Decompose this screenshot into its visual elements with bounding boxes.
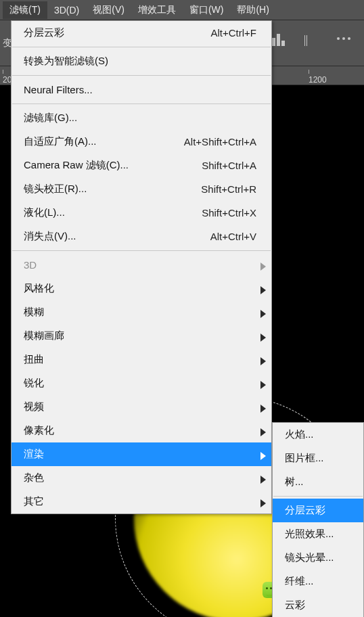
menu-item-shortcut: Shift+Ctrl+X bbox=[202, 207, 256, 219]
menu-item[interactable]: 其它 bbox=[12, 490, 271, 513]
menu-item-label: 消失点(V)... bbox=[24, 230, 190, 243]
menu-plugins[interactable]: 增效工具 bbox=[131, 1, 183, 19]
submenu-arrow-icon bbox=[260, 380, 266, 388]
submenu-arrow-icon bbox=[260, 498, 266, 506]
submenu-item[interactable]: 火焰... bbox=[273, 423, 363, 447]
align-icon[interactable] bbox=[304, 31, 319, 46]
menu-item-label: 滤镜库(G)... bbox=[24, 112, 256, 124]
menu-item-shortcut: Shift+Ctrl+R bbox=[201, 183, 256, 195]
menu-item[interactable]: 像素化 bbox=[12, 419, 271, 442]
menu-item[interactable]: 模糊 bbox=[12, 300, 271, 324]
submenu-item[interactable]: 光照效果... bbox=[273, 522, 363, 546]
options-right-icons bbox=[272, 31, 350, 46]
submenu-arrow-icon bbox=[260, 356, 266, 364]
submenu-item[interactable]: 树... bbox=[273, 470, 363, 494]
render-submenu-panel: 火焰...图片框...树...分层云彩光照效果...镜头光晕...纤维...云彩 bbox=[272, 422, 364, 617]
submenu-item[interactable]: 分层云彩 bbox=[273, 499, 363, 522]
menu-item[interactable]: 分层云彩Alt+Ctrl+F bbox=[12, 21, 271, 45]
menu-item[interactable]: 液化(L)...Shift+Ctrl+X bbox=[12, 201, 271, 225]
filter-menu-panel: 分层云彩Alt+Ctrl+F转换为智能滤镜(S)Neural Filters..… bbox=[11, 20, 272, 514]
menu-item-label: 模糊 bbox=[24, 306, 256, 319]
menubar: 滤镜(T) 3D(D) 视图(V) 增效工具 窗口(W) 帮助(H) bbox=[0, 0, 364, 20]
menu-item[interactable]: 锐化 bbox=[12, 371, 271, 395]
menu-separator bbox=[12, 104, 271, 104]
menu-item[interactable]: 镜头校正(R)...Shift+Ctrl+R bbox=[12, 177, 271, 201]
submenu-item-label: 云彩 bbox=[285, 599, 348, 612]
menu-separator bbox=[273, 496, 363, 497]
submenu-item[interactable]: 纤维... bbox=[273, 570, 363, 593]
menu-item-label: Neural Filters... bbox=[24, 84, 256, 95]
submenu-arrow-icon bbox=[260, 403, 266, 411]
menu-item-label: 其它 bbox=[24, 495, 256, 508]
menu-item-label: 分层云彩 bbox=[24, 26, 190, 39]
menu-item-label: 扭曲 bbox=[24, 353, 256, 366]
menu-item[interactable]: 渲染 bbox=[12, 442, 271, 466]
menu-item-label: 镜头校正(R)... bbox=[24, 183, 181, 196]
menu-item[interactable]: 自适应广角(A)...Alt+Shift+Ctrl+A bbox=[12, 130, 271, 154]
submenu-item-label: 光照效果... bbox=[285, 528, 348, 541]
menu-item-label: 杂色 bbox=[24, 472, 256, 484]
submenu-arrow-icon bbox=[260, 332, 266, 340]
menu-view[interactable]: 视图(V) bbox=[86, 1, 131, 19]
submenu-arrow-icon bbox=[260, 261, 266, 269]
menu-item-label: 模糊画廊 bbox=[24, 329, 256, 342]
menu-item-label: 自适应广角(A)... bbox=[24, 135, 164, 148]
submenu-item[interactable]: 图片框... bbox=[273, 447, 363, 470]
menu-item-label: 转换为智能滤镜(S) bbox=[24, 55, 256, 68]
submenu-arrow-icon bbox=[260, 308, 266, 317]
menu-separator bbox=[12, 47, 271, 47]
submenu-item-label: 纤维... bbox=[285, 575, 348, 588]
menu-item-label: 锐化 bbox=[24, 377, 256, 390]
menu-item-shortcut: Alt+Ctrl+F bbox=[210, 27, 256, 39]
ruler-tick-right: 1200 bbox=[309, 70, 327, 85]
menu-filter[interactable]: 滤镜(T) bbox=[3, 1, 47, 19]
menu-item-label: 3D bbox=[24, 259, 256, 271]
menu-help[interactable]: 帮助(H) bbox=[230, 1, 275, 19]
menu-item[interactable]: Neural Filters... bbox=[12, 78, 271, 101]
submenu-arrow-icon bbox=[260, 451, 266, 459]
menu-separator bbox=[12, 75, 271, 76]
submenu-arrow-icon bbox=[260, 427, 266, 435]
menu-item[interactable]: Camera Raw 滤镜(C)...Shift+Ctrl+A bbox=[12, 154, 271, 177]
submenu-item[interactable]: 云彩 bbox=[273, 593, 363, 617]
submenu-arrow-icon bbox=[260, 285, 266, 293]
menu-item[interactable]: 扭曲 bbox=[12, 348, 271, 371]
menu-item[interactable]: 杂色 bbox=[12, 466, 271, 490]
menu-item[interactable]: 模糊画廊 bbox=[12, 324, 271, 348]
submenu-item-label: 镜头光晕... bbox=[285, 551, 348, 564]
menu-item[interactable]: 视频 bbox=[12, 395, 271, 419]
menu-item-label: 液化(L)... bbox=[24, 206, 181, 219]
menu-item-label: Camera Raw 滤镜(C)... bbox=[24, 159, 181, 172]
menu-3d[interactable]: 3D(D) bbox=[47, 2, 86, 18]
submenu-item-label: 图片框... bbox=[285, 452, 348, 465]
menu-item-label: 风格化 bbox=[24, 282, 256, 295]
menu-window[interactable]: 窗口(W) bbox=[183, 1, 231, 19]
menu-item-label: 渲染 bbox=[24, 448, 256, 461]
menu-item[interactable]: 转换为智能滤镜(S) bbox=[12, 49, 271, 73]
menu-item[interactable]: 消失点(V)...Alt+Ctrl+V bbox=[12, 225, 271, 248]
menu-item[interactable]: 3D bbox=[12, 253, 271, 277]
menu-separator bbox=[12, 250, 271, 251]
menu-item[interactable]: 滤镜库(G)... bbox=[12, 106, 271, 130]
submenu-item[interactable]: 镜头光晕... bbox=[273, 546, 363, 570]
menu-item-shortcut: Shift+Ctrl+A bbox=[202, 160, 256, 171]
histogram-icon[interactable] bbox=[272, 31, 287, 46]
menu-item-label: 像素化 bbox=[24, 424, 256, 437]
submenu-item-label: 树... bbox=[285, 476, 348, 488]
more-icon[interactable] bbox=[337, 37, 350, 40]
menu-item-shortcut: Alt+Shift+Ctrl+A bbox=[184, 136, 256, 147]
submenu-item-label: 分层云彩 bbox=[285, 504, 348, 517]
submenu-arrow-icon bbox=[260, 474, 266, 482]
menu-item[interactable]: 风格化 bbox=[12, 277, 271, 300]
menu-item-shortcut: Alt+Ctrl+V bbox=[210, 231, 256, 242]
submenu-item-label: 火焰... bbox=[285, 428, 348, 441]
menu-item-label: 视频 bbox=[24, 401, 256, 413]
